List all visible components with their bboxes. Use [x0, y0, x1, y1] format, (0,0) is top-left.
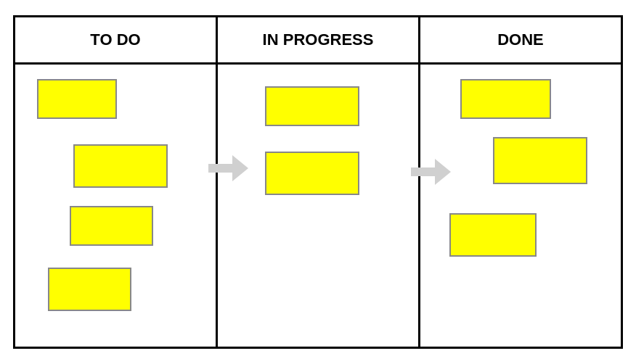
- column-done: [420, 65, 621, 347]
- column-inprogress: [218, 65, 420, 347]
- card-done-0[interactable]: [460, 79, 551, 119]
- done-label: DONE: [497, 30, 544, 49]
- card-inprogress-0[interactable]: [265, 86, 359, 126]
- column-todo: [15, 65, 218, 347]
- card-inprogress-1[interactable]: [265, 152, 359, 195]
- card-todo-3[interactable]: [48, 268, 131, 311]
- card-todo-0[interactable]: [37, 79, 117, 119]
- todo-label: TO DO: [90, 30, 140, 49]
- inprogress-label: IN PROGRESS: [263, 30, 374, 49]
- card-done-2[interactable]: [449, 213, 537, 257]
- card-todo-1[interactable]: [73, 144, 168, 188]
- arrow-todo: [208, 157, 248, 179]
- arrow-inprogress: [411, 161, 451, 183]
- kanban-board: TO DO IN PROGRESS DONE: [13, 15, 623, 349]
- card-done-1[interactable]: [493, 137, 587, 184]
- column-header-done: DONE: [420, 17, 621, 62]
- column-header-todo: TO DO: [15, 17, 218, 62]
- header-row: TO DO IN PROGRESS DONE: [15, 17, 621, 65]
- body-row: [15, 65, 621, 347]
- card-todo-2[interactable]: [70, 206, 153, 246]
- column-header-inprogress: IN PROGRESS: [218, 17, 420, 62]
